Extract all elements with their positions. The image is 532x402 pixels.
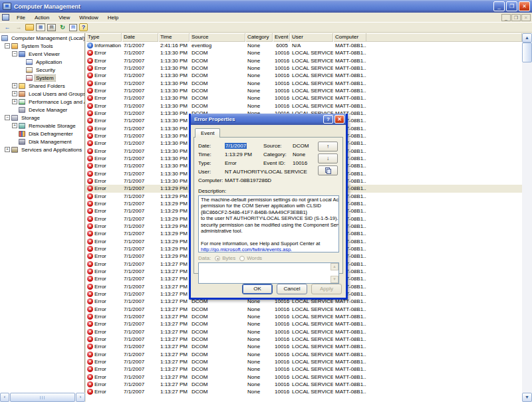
column-header-source[interactable]: Source [190,33,245,42]
column-header-type[interactable]: Type [86,33,122,42]
event-row[interactable]: ✕Error 7/1/2007 1:13:27 PM DCOM None 100… [86,305,522,312]
menu-bar: FileActionViewWindowHelp _ ❐ ✕ [0,13,532,23]
event-row[interactable]: ✕Error 7/1/2007 1:13:30 PM DCOM None 100… [86,49,522,56]
show-hide-console-tree-icon[interactable] [25,24,34,31]
dialog-close-icon[interactable]: ✕ [334,115,344,124]
minimize-button[interactable]: _ [493,1,505,11]
tree-item-disk-management[interactable]: Disk Management [0,138,84,146]
event-row[interactable]: ✕Error 7/1/2007 1:13:27 PM DCOM None 100… [86,320,522,328]
previous-event-button[interactable]: ↑ [318,142,338,151]
copy-button[interactable] [318,165,338,175]
event-row[interactable]: ✕Error 7/1/2007 1:13:27 PM DCOM None 100… [86,388,522,395]
tree-horizontal-scrollbar[interactable]: ‹ › [0,393,85,402]
event-row[interactable]: ✕Error 7/1/2007 1:13:30 PM DCOM None 100… [86,72,522,79]
event-row[interactable]: ✕Error 7/1/2007 1:13:27 PM DCOM None 100… [86,381,522,388]
event-row[interactable]: ✕Error 7/1/2007 1:13:30 PM DCOM None 100… [86,102,522,110]
event-row[interactable]: ✕Error 7/1/2007 1:13:27 PM DCOM None 100… [86,313,522,320]
expand-icon[interactable]: + [5,147,10,152]
cancel-button[interactable]: Cancel [277,284,307,294]
ok-button[interactable]: OK [242,284,273,294]
export-list-icon[interactable]: ▤ [69,24,77,31]
users-icon [19,91,25,97]
event-row[interactable]: ✕Error 7/1/2007 1:13:30 PM DCOM None 100… [86,57,522,64]
tree-item-storage[interactable]: − Storage [0,114,84,122]
event-type: Error [94,193,106,199]
close-button[interactable]: ✕ [519,1,530,11]
properties-icon[interactable]: ▤ [47,24,56,31]
restore-button[interactable]: ❐ [506,1,517,11]
expand-icon[interactable]: + [12,83,17,88]
event-user: LOCAL SERVICE [290,336,333,342]
event-row[interactable]: iInformation 7/1/2007 2:41:16 PM eventlo… [86,42,522,49]
event-row[interactable]: ✕Error 7/1/2007 1:13:27 PM DCOM None 100… [86,365,522,373]
event-row[interactable]: ✕Error 7/1/2007 1:13:27 PM DCOM None 100… [86,373,522,380]
vertical-scroll-thumb[interactable] [522,43,532,62]
window-view-icon[interactable]: ▦ [36,23,45,31]
expand-icon[interactable]: + [12,123,17,128]
scroll-left-icon[interactable]: ‹ [0,393,9,402]
tree-item-system-tools[interactable]: − System Tools [0,42,84,50]
date-value[interactable]: 7/1/2007 [225,143,247,149]
mdi-minimize-button[interactable]: _ [501,14,511,21]
scroll-up-icon[interactable]: ▲ [522,33,532,43]
refresh-icon[interactable]: ↻ [58,23,67,31]
expand-icon[interactable]: + [12,91,17,96]
description-box[interactable]: The machine-default permission settings … [198,195,339,252]
tree-item-services-and-applications[interactable]: + Services and Applications [0,146,84,153]
error-icon: ✕ [87,118,93,124]
column-header-category[interactable]: Category [245,33,273,42]
event-row[interactable]: ✕Error 7/1/2007 1:13:30 PM DCOM None 100… [86,64,522,72]
event-row[interactable]: ✕Error 7/1/2007 1:13:30 PM DCOM None 100… [86,87,522,94]
tree-item-removable-storage[interactable]: + Removable Storage [0,122,84,130]
tree-item-performance-logs-and-alerts[interactable]: + Performance Logs and Alerts [0,98,84,106]
collapse-icon[interactable]: − [5,115,10,120]
tree-item-local-users-and-groups[interactable]: + Local Users and Groups [0,90,84,98]
tree-item-security[interactable]: Security [0,66,84,74]
back-icon[interactable]: ← [3,23,12,31]
event-type: Error [94,344,106,350]
tree-item-application[interactable]: Application [0,58,84,66]
tree-item-device-manager[interactable]: Device Manager [0,106,84,114]
tree-item-shared-folders[interactable]: + Shared Folders [0,82,84,90]
tree-item-system[interactable]: System [0,74,84,82]
mdi-restore-button[interactable]: ❐ [511,14,521,21]
column-header-computer[interactable]: Computer [333,33,366,42]
menu-help[interactable]: Help [103,14,123,21]
column-header-event[interactable]: Event [273,33,290,42]
event-row[interactable]: ✕Error 7/1/2007 1:13:30 PM DCOM None 100… [86,94,522,102]
column-header-date[interactable]: Date [122,33,158,42]
menu-window[interactable]: Window [74,14,102,21]
scroll-down-icon[interactable]: ▼ [522,393,532,402]
tab-event[interactable]: Event [195,128,220,138]
dialog-help-icon[interactable]: ? [323,115,333,124]
next-event-button[interactable]: ↓ [318,153,338,163]
tree-item-event-viewer[interactable]: − Event Viewer [0,50,84,58]
menu-file[interactable]: File [12,14,30,21]
events-link[interactable]: http://go.microsoft.com/fwlink/events.as… [201,247,292,252]
tree-item-label: Event Viewer [27,51,61,57]
event-row[interactable]: ✕Error 7/1/2007 1:13:27 PM DCOM None 100… [86,350,522,357]
tree-item-disk-defragmenter[interactable]: Disk Defragmenter [0,130,84,138]
expand-icon[interactable]: + [12,99,17,104]
menu-action[interactable]: Action [30,14,54,21]
event-row[interactable]: ✕Error 7/1/2007 1:13:27 PM DCOM None 100… [86,328,522,335]
forward-icon[interactable]: → [14,23,23,31]
event-row[interactable]: ✕Error 7/1/2007 1:13:27 PM DCOM None 100… [86,358,522,365]
help-icon[interactable]: ? [79,23,88,31]
event-date: 7/1/2007 [122,268,158,274]
error-icon: ✕ [87,253,93,259]
list-vertical-scrollbar[interactable]: ▲ ▼ [522,33,532,402]
collapse-icon[interactable]: − [12,51,17,56]
event-row[interactable]: ✕Error 7/1/2007 1:13:30 PM DCOM None 100… [86,80,522,87]
event-time: 1:13:27 PM [158,381,190,387]
horizontal-scroll-thumb[interactable] [10,393,75,402]
column-header-user[interactable]: User [290,33,333,42]
collapse-icon[interactable]: − [5,43,10,49]
menu-view[interactable]: View [54,14,74,21]
column-header-time[interactable]: Time [158,33,190,42]
scroll-right-icon[interactable]: › [76,393,85,402]
event-row[interactable]: ✕Error 7/1/2007 1:13:27 PM DCOM None 100… [86,336,522,343]
event-row[interactable]: ✕Error 7/1/2007 1:13:27 PM DCOM None 100… [86,343,522,350]
tree-item-computer-management-local[interactable]: Computer Management (Local) [0,34,84,42]
event-date: 7/1/2007 [122,208,158,214]
